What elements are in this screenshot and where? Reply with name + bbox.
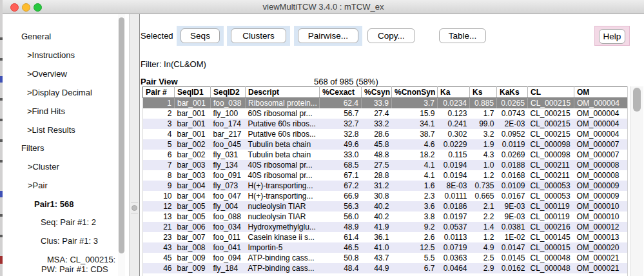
table-row[interactable]: 10bar_004foo_047H(+)-transporting...66.9… [143, 191, 628, 201]
header-cell-pair-[interactable]: Pair # [143, 87, 175, 98]
header-cell-om[interactable]: OM [574, 87, 628, 98]
table-cell: 1.9 [470, 139, 497, 150]
table-cell: bar_001 [175, 119, 211, 129]
seqs-button[interactable]: Seqs [181, 28, 220, 43]
table-cell: 1.2 [470, 170, 497, 181]
header-cell-descript[interactable]: Descript [246, 87, 320, 98]
table-row[interactable]: 46bar_009fly_184ATP-binding cass...48.44… [143, 263, 628, 273]
titlebar[interactable]: viewMultiTCW 3.4.0 : mTCW_ex [3, 0, 644, 14]
table-cell: 28.6 [362, 129, 392, 139]
sidebar-item-find-hits[interactable]: >Find Hits [27, 106, 65, 116]
table-scrollbar-thumb[interactable] [633, 88, 641, 112]
table-button[interactable]: Table... [439, 28, 486, 43]
table-cell: 1.6 [392, 181, 438, 191]
divider-knob[interactable] [132, 205, 137, 211]
sidebar-item-filters[interactable]: Filters [21, 143, 44, 153]
screen: viewMultiTCW 3.4.0 : mTCW_ex General >In… [0, 0, 644, 276]
sidebar-item-msa[interactable]: MSA: CL_000215: [47, 255, 115, 264]
sidebar: General >Instructions >Overview >Display… [3, 14, 126, 276]
table-row[interactable]: 4bar_001bar_217Putative 60s ribos...32.8… [143, 129, 628, 139]
pair-table: Pair #SeqID1SeqID2Descript%Cexact%Csyn%C… [142, 86, 628, 276]
table-row[interactable]: 23bar_007foo_011Casein kinase ii s...61.… [143, 232, 628, 242]
table-row[interactable]: 43bar_008foo_041Importin-546.541.012.50.… [143, 242, 628, 253]
sidebar-item-pw-pair1[interactable]: PW: Pair #1: CDS [41, 264, 108, 274]
background-window-sliver [0, 0, 3, 276]
table-cell: 23 [143, 232, 175, 242]
sidebar-item-seq-pair1[interactable]: Seq: Pair #1: 2 [41, 217, 96, 227]
table-cell: 0.735 [470, 181, 497, 191]
table-row[interactable]: 8bar_003foo_09140S ribosomal pr...67.128… [143, 170, 628, 181]
table-cell: fly_100 [211, 108, 246, 119]
table-cell: Hydroxymethylglu... [246, 222, 320, 232]
sidebar-item-pair1[interactable]: Pair1: 568 [34, 199, 73, 209]
header-cell-cl[interactable]: CL [528, 87, 574, 98]
table-cell: 27.5 [362, 160, 392, 170]
copy-button[interactable]: Copy... [367, 28, 415, 43]
help-button-highlight: Help [594, 26, 630, 46]
table-cell: 6.7 [392, 263, 438, 273]
table-cell: 0.0186 [438, 201, 470, 212]
table-cell: fly_134 [211, 160, 246, 170]
table-cell: 1E-02 [497, 232, 528, 242]
sidebar-item-clus-pair1[interactable]: Clus: Pair #1: 3 [41, 236, 98, 246]
background-mark [0, 235, 3, 237]
table-cell: 31.2 [362, 181, 392, 191]
header-cell--cexact[interactable]: %Cexact [320, 87, 362, 98]
table-row[interactable]: 1bar_001foo_038Ribosomal protein...62.43… [143, 98, 628, 108]
filter-status: Filter: In(CL&OM) [141, 59, 206, 69]
header-cell-ks[interactable]: Ks [470, 87, 497, 98]
table-row[interactable]: 6bar_002fly_031Tubulin beta chain33.048.… [143, 150, 628, 160]
help-button[interactable]: Help [599, 29, 625, 44]
table-cell: CL_000048 [528, 253, 574, 263]
table-cell: 0.302 [438, 129, 470, 139]
sidebar-item-overview[interactable]: >Overview [27, 69, 67, 79]
header-cell-kaks[interactable]: KaKs [497, 87, 528, 98]
sidebar-scrollbar[interactable] [118, 14, 125, 276]
table-cell: 2.5 [470, 253, 497, 263]
header-cell-seqid2[interactable]: SeqID2 [211, 87, 246, 98]
table-cell: bar_002 [175, 139, 211, 150]
sidebar-item-pair[interactable]: >Pair [28, 181, 48, 190]
table-row[interactable]: 3bar_001foo_174Putative 60s ribos...32.7… [143, 119, 628, 129]
table-cell: bar_009 [175, 263, 211, 273]
header-cell-ka[interactable]: Ka [438, 87, 470, 98]
table-scrollbar[interactable] [630, 86, 643, 276]
table-cell: fly_184 [211, 263, 246, 273]
table-cell: bar_003 [175, 170, 211, 181]
table-row[interactable]: 5bar_002foo_045Tubulin beta chain49.645.… [143, 139, 628, 150]
table-row[interactable]: 45bar_009foo_094ATP-binding cass...50.84… [143, 253, 628, 263]
header-cell-seqid1[interactable]: SeqID1 [175, 87, 211, 98]
table-row[interactable]: 7bar_003fly_13440S ribosomal pr...68.527… [143, 160, 628, 170]
table-row[interactable]: 9bar_004fly_073H(+)-transporting...67.23… [143, 181, 628, 191]
clusters-button[interactable]: Clusters [231, 28, 286, 43]
table-cell: 12.5 [392, 242, 438, 253]
table-row[interactable]: 21bar_006foo_034Hydroxymethylglu...48.94… [143, 222, 628, 232]
background-mark [0, 37, 3, 40]
header-cell--cnonsyn[interactable]: %CnonSyn [392, 87, 438, 98]
sidebar-item-display-decimal[interactable]: >Display Decimal [27, 88, 92, 97]
table-row[interactable]: 12bar_005fly_004nucleolysin TIAR56.340.2… [143, 201, 628, 212]
table-cell: 0.0167 [497, 191, 528, 201]
table-cell: 0.0265 [497, 98, 528, 108]
background-mark [0, 76, 3, 83]
split-divider[interactable] [129, 14, 140, 276]
table-cell: OM_000009 [574, 191, 628, 201]
header-cell--csyn[interactable]: %Csyn [362, 87, 392, 98]
table-row[interactable]: 13bar_005foo_088nucleolysin TIAR56.040.2… [143, 212, 628, 222]
divider-line [131, 202, 138, 203]
table-cell: 61.4 [320, 232, 362, 242]
table-cell: bar_009 [175, 253, 211, 263]
sidebar-item-general[interactable]: General [21, 32, 51, 41]
table-cell: ATP-binding cass... [246, 263, 320, 273]
sidebar-item-instructions[interactable]: >Instructions [27, 50, 75, 60]
table-cell: 32.7 [320, 119, 362, 129]
table-cell: 34.1 [392, 119, 438, 129]
seqs-button-highlight: Seqs [177, 26, 224, 46]
table-cell: 48.9 [320, 222, 362, 232]
pairwise-button[interactable]: Pairwise... [298, 28, 358, 43]
sidebar-item-list-results[interactable]: >List Results [27, 125, 75, 135]
table-row[interactable]: 2bar_001fly_10060S ribosomal pr...56.727… [143, 108, 628, 119]
sidebar-scrollbar-thumb[interactable] [119, 17, 124, 253]
sidebar-item-cluster[interactable]: >Cluster [28, 162, 59, 172]
pair-table-body: 1bar_001foo_038Ribosomal protein...62.43… [143, 98, 628, 273]
